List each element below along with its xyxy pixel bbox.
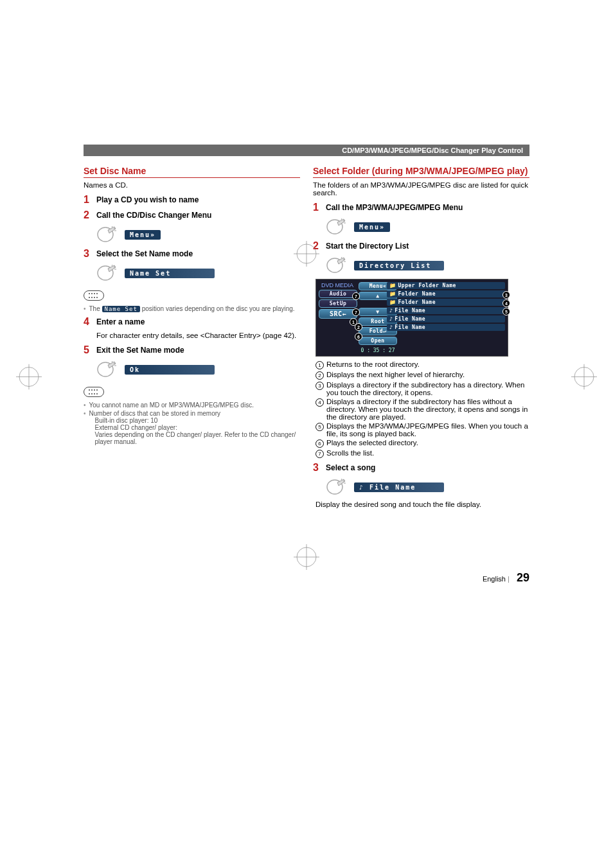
chapter-header-bar: CD/MP3/WMA/JPEG/MPEG/Disc Changer Play C… bbox=[84, 145, 529, 156]
enum-item: 3Displays a directory if the subdirector… bbox=[315, 381, 529, 396]
step-number: 1 bbox=[84, 194, 93, 206]
step-1: 1 Call the MP3/WMA/JPEG/MPEG Menu bbox=[313, 202, 529, 213]
enum-number: 5 bbox=[315, 423, 324, 431]
svg-point-17 bbox=[94, 389, 95, 391]
folder-icon: 📁 bbox=[389, 299, 396, 305]
ss-folder-row[interactable]: 📁Folder Name bbox=[387, 299, 505, 306]
inline-name-set-button: Name Set bbox=[102, 306, 140, 312]
enum-item: 5Displays the MP3/WMA/JPEG/MPEG files. W… bbox=[315, 422, 529, 438]
enum-item: 6Plays the selected directory. bbox=[315, 439, 529, 448]
callout-5: 5 bbox=[502, 308, 510, 315]
step-number: 2 bbox=[84, 209, 93, 221]
page-footer: English | 29 bbox=[32, 571, 581, 585]
note-list: You cannot name an MD or MP3/WMA/JPEG/MP… bbox=[84, 402, 300, 445]
step-title: Select a song bbox=[326, 462, 375, 472]
note-icon bbox=[84, 290, 104, 301]
enum-number: 1 bbox=[315, 361, 324, 369]
step-number: 3 bbox=[313, 462, 322, 474]
svg-point-21 bbox=[94, 393, 95, 394]
enum-item: 4Displays a directory if the subdirector… bbox=[315, 398, 529, 421]
enum-number: 6 bbox=[315, 439, 324, 448]
ss-upper-folder[interactable]: 📁Upper Folder Name bbox=[387, 282, 505, 289]
step-title: Play a CD you wish to name bbox=[96, 194, 199, 204]
svg-point-20 bbox=[91, 393, 93, 394]
enum-number: 7 bbox=[315, 450, 324, 458]
ok-button[interactable]: Ok bbox=[125, 365, 215, 375]
folder-up-icon: 📁 bbox=[389, 283, 396, 288]
ss-setup-button[interactable]: SetUp bbox=[319, 299, 357, 308]
note-item: You cannot name an MD or MP3/WMA/JPEG/MP… bbox=[84, 402, 300, 409]
file-name-button[interactable]: ♪ File Name bbox=[354, 483, 444, 492]
ss-file-row[interactable]: ♪File Name bbox=[387, 315, 505, 323]
step-3: 3 Select a song bbox=[313, 462, 529, 474]
ss-folder-row[interactable]: 📁Folder Name bbox=[387, 290, 505, 297]
step-title: Enter a name bbox=[96, 316, 145, 326]
music-note-icon: ♪ bbox=[389, 324, 393, 330]
callout-4: 4 bbox=[502, 299, 510, 307]
section-title-set-disc-name: Set Disc Name bbox=[84, 166, 300, 178]
note-item: Number of discs that can be stored in me… bbox=[84, 410, 300, 445]
svg-point-13 bbox=[96, 297, 98, 298]
intro-text: Names a CD. bbox=[84, 181, 300, 189]
ss-title: DVD MEDIA bbox=[319, 282, 356, 288]
step-title: Select the Set Name mode bbox=[96, 248, 193, 258]
music-note-icon: ♪ bbox=[389, 316, 393, 322]
callout-7: 7 bbox=[352, 292, 360, 300]
ss-file-row[interactable]: ♪File Name bbox=[387, 324, 505, 331]
crop-mark-left bbox=[16, 364, 42, 391]
finger-button-row: Directory List bbox=[326, 256, 529, 275]
screenshot-frame: DVD MEDIA Audio SetUp SRC← Menu« bbox=[315, 279, 508, 357]
note-icon bbox=[84, 387, 104, 397]
enum-item: 1Returns to the root directory. bbox=[315, 360, 529, 369]
step-2: 2 Call the CD/Disc Changer Menu bbox=[84, 209, 300, 221]
touch-finger-icon bbox=[96, 263, 120, 283]
step-title: Call the CD/Disc Changer Menu bbox=[96, 209, 211, 220]
touch-finger-icon bbox=[326, 256, 349, 275]
touch-finger-icon bbox=[326, 217, 349, 236]
directory-list-button[interactable]: Directory List bbox=[354, 261, 444, 270]
content-columns: Set Disc Name Names a CD. 1 Play a CD yo… bbox=[32, 166, 581, 513]
menu-button[interactable]: Menu» bbox=[354, 222, 390, 232]
step-4: 4 Enter a name bbox=[84, 316, 300, 328]
music-note-icon: ♪ bbox=[389, 308, 393, 314]
svg-point-8 bbox=[94, 293, 95, 294]
finger-button-row: Name Set bbox=[96, 263, 300, 283]
svg-point-9 bbox=[96, 293, 98, 294]
enum-number: 4 bbox=[315, 398, 324, 407]
note-text-pre: The bbox=[89, 305, 102, 312]
right-column: Select Folder (during MP3/WMA/JPEG/MPEG … bbox=[313, 166, 529, 513]
ui-screenshot: DVD MEDIA Audio SetUp SRC← Menu« bbox=[315, 279, 529, 357]
svg-point-22 bbox=[96, 393, 98, 394]
footer-lang: English bbox=[483, 575, 506, 583]
step-body: Display the desired song and touch the f… bbox=[315, 500, 529, 508]
step-number: 3 bbox=[84, 248, 93, 260]
svg-point-11 bbox=[91, 297, 93, 298]
crop-mark-top bbox=[294, 241, 319, 269]
menu-button[interactable]: Menu» bbox=[125, 230, 161, 240]
note-item: The Name Set position varies depending o… bbox=[84, 305, 300, 312]
finger-button-row: Menu» bbox=[326, 217, 529, 236]
finger-button-row: ♪ File Name bbox=[326, 477, 529, 497]
svg-point-6 bbox=[89, 293, 90, 294]
enum-number: 3 bbox=[315, 382, 324, 390]
name-set-button[interactable]: Name Set bbox=[125, 269, 215, 278]
touch-finger-icon bbox=[96, 360, 120, 379]
section-title-select-folder: Select Folder (during MP3/WMA/JPEG/MPEG … bbox=[313, 166, 529, 178]
page-number: 29 bbox=[517, 571, 529, 584]
ss-audio-button[interactable]: Audio bbox=[319, 290, 357, 298]
step-number: 5 bbox=[84, 344, 93, 356]
svg-point-12 bbox=[94, 297, 95, 298]
ss-file-row[interactable]: ♪File Name bbox=[387, 307, 505, 314]
note-text-post: position varies depending on the disc yo… bbox=[142, 305, 295, 312]
touch-finger-icon bbox=[326, 477, 349, 497]
svg-point-16 bbox=[91, 389, 93, 391]
finger-button-row: Menu» bbox=[96, 225, 300, 244]
crop-mark-right bbox=[571, 364, 597, 391]
touch-finger-icon bbox=[96, 225, 120, 244]
svg-point-7 bbox=[91, 293, 93, 294]
step-2: 2 Start the Directory List bbox=[313, 240, 529, 252]
step-body: For character entry details, see <Charac… bbox=[96, 332, 300, 339]
note-list: The Name Set position varies depending o… bbox=[84, 305, 300, 312]
callout-7b: 7 bbox=[352, 308, 360, 316]
ss-src-button[interactable]: SRC← bbox=[319, 309, 357, 319]
